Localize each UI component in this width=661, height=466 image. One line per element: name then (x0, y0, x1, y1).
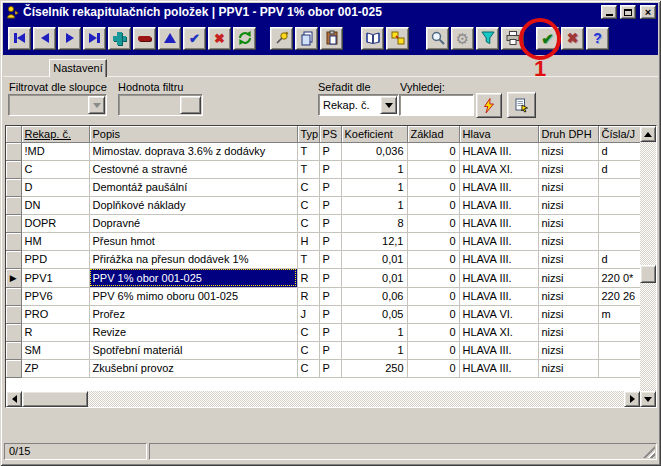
scroll-up-button[interactable] (640, 126, 656, 142)
table-row[interactable]: DNDoplňkové nákladyCP10HLAVA III.nizsi (6, 196, 640, 214)
paste-button[interactable] (320, 27, 343, 50)
grid-cell[interactable]: Mimostav. doprava 3.6% z dodávky (89, 142, 297, 160)
grid-cell[interactable]: 0,01 (341, 250, 407, 268)
grid-cell[interactable]: 220 0* (598, 268, 640, 287)
column-header-druhdph[interactable]: Druh DPH (538, 126, 598, 142)
grid-cell[interactable]: HLAVA XI. (459, 323, 538, 341)
grid-cell[interactable]: nizsi (538, 359, 598, 377)
table-row[interactable]: PPDPřirážka na přesun dodávek 1%TP0,010H… (6, 250, 640, 268)
close-form-button[interactable]: ✖ (561, 27, 584, 50)
vertical-scroll-track[interactable] (640, 142, 656, 391)
confirm-button[interactable]: ✔ (536, 27, 559, 50)
grid-cell[interactable]: nizsi (538, 142, 598, 160)
selected-row-indicator[interactable]: ▶ (6, 268, 21, 287)
column-header-zaklad[interactable]: Základ (407, 126, 459, 142)
grid-cell[interactable]: m (598, 305, 640, 323)
edit-record-button[interactable] (158, 27, 181, 50)
grid-cell[interactable]: HLAVA VI. (459, 305, 538, 323)
grid-cell[interactable]: HLAVA XI. (459, 160, 538, 178)
grid-cell[interactable]: 0 (407, 287, 459, 305)
maximize-button[interactable] (620, 5, 636, 19)
grid-cell[interactable]: nizsi (538, 232, 598, 250)
vertical-scroll-thumb[interactable] (640, 265, 656, 283)
grid-cell[interactable]: 8 (341, 214, 407, 232)
column-header-rekap[interactable]: Rekap. č. (21, 126, 89, 142)
grid-cell[interactable]: HLAVA III. (459, 287, 538, 305)
grid-cell[interactable]: T (297, 160, 319, 178)
horizontal-scrollbar[interactable] (6, 391, 640, 407)
row-indicator[interactable] (6, 305, 21, 323)
filter-column-select[interactable] (8, 94, 107, 116)
sort-dropdown-button[interactable] (380, 96, 397, 114)
post-edit-button[interactable]: ✔ (183, 27, 206, 50)
grid-cell[interactable]: C (297, 214, 319, 232)
grid-cell[interactable]: T (297, 250, 319, 268)
table-row[interactable]: ZPZkušební provozCP2500HLAVA III.nizsi (6, 359, 640, 377)
grid-cell[interactable]: PPV1 (21, 268, 89, 287)
search-dialog-button[interactable] (507, 92, 536, 118)
grid-cell[interactable]: HLAVA III. (459, 142, 538, 160)
grid-cell[interactable]: 220 26 (598, 287, 640, 305)
transfer-button[interactable] (386, 27, 409, 50)
table-row[interactable]: ▶PPV1PPV 1% obor 001-025RP0,010HLAVA III… (6, 268, 640, 287)
grid-cell[interactable]: Přirážka na přesun dodávek 1% (89, 250, 297, 268)
grid-cell[interactable]: 1 (341, 178, 407, 196)
table-row[interactable]: PROProřezJP0,050HLAVA VI.nizsim (6, 305, 640, 323)
grid-cell[interactable]: ZP (21, 359, 89, 377)
column-header-koeficient[interactable]: Koeficient (341, 126, 407, 142)
filter-button[interactable] (476, 27, 499, 50)
search-execute-button[interactable] (476, 93, 502, 118)
grid-cell[interactable]: nizsi (538, 196, 598, 214)
grid-cell[interactable]: 250 (341, 359, 407, 377)
grid-cell[interactable]: HLAVA III. (459, 196, 538, 214)
grid-cell[interactable]: d (598, 160, 640, 178)
grid-cell[interactable]: nizsi (538, 250, 598, 268)
grid-cell[interactable] (598, 196, 640, 214)
grid-cell[interactable]: 1 (341, 160, 407, 178)
table-row[interactable]: PPV6PPV 6% mimo oboru 001-025RP0,060HLAV… (6, 287, 640, 305)
last-record-button[interactable] (83, 27, 106, 50)
grid-cell[interactable] (598, 214, 640, 232)
cancel-edit-button[interactable]: ✖ (208, 27, 231, 50)
grid-cell[interactable]: P (319, 305, 341, 323)
row-indicator[interactable] (6, 341, 21, 359)
column-header-cisla[interactable]: Čísla/J (598, 126, 640, 142)
grid-cell[interactable]: nizsi (538, 341, 598, 359)
grid-cell[interactable]: 0,01 (341, 268, 407, 287)
grid-cell[interactable] (598, 359, 640, 377)
pin-button[interactable] (270, 27, 293, 50)
delete-record-button[interactable] (133, 27, 156, 50)
grid-cell[interactable]: 0 (407, 214, 459, 232)
grid-cell[interactable]: Zkušební provoz (89, 359, 297, 377)
grid-cell[interactable]: 0,05 (341, 305, 407, 323)
grid-cell[interactable]: C (21, 160, 89, 178)
prior-record-button[interactable] (33, 27, 56, 50)
grid-cell[interactable]: 1 (341, 341, 407, 359)
grid-cell[interactable]: 0 (407, 268, 459, 287)
grid-cell[interactable]: 1 (341, 196, 407, 214)
row-indicator[interactable] (6, 287, 21, 305)
grid-cell[interactable]: R (21, 323, 89, 341)
grid-cell[interactable]: PPV 6% mimo oboru 001-025 (89, 287, 297, 305)
filter-column-dropdown-button[interactable] (88, 96, 105, 114)
grid-cell[interactable]: HLAVA III. (459, 178, 538, 196)
grid-cell[interactable]: C (297, 341, 319, 359)
grid-cell[interactable]: R (297, 268, 319, 287)
column-header-hlava[interactable]: Hlava (459, 126, 538, 142)
refresh-button[interactable] (233, 27, 256, 50)
grid-cell[interactable]: J (297, 305, 319, 323)
grid-cell[interactable]: C (297, 323, 319, 341)
grid-cell[interactable] (598, 323, 640, 341)
grid-cell[interactable] (598, 178, 640, 196)
grid-cell[interactable]: 0,036 (341, 142, 407, 160)
row-indicator[interactable] (6, 359, 21, 377)
grid-cell[interactable]: C (297, 359, 319, 377)
resize-grip[interactable] (643, 446, 655, 458)
filter-value-browse-button[interactable] (180, 96, 201, 114)
row-indicator[interactable] (6, 214, 21, 232)
grid-cell[interactable]: P (319, 160, 341, 178)
table-row[interactable]: DOPRDopravnéCP80HLAVA III.nizsi (6, 214, 640, 232)
filter-value-input[interactable] (118, 94, 203, 116)
scroll-left-button[interactable] (6, 391, 22, 407)
minimize-button[interactable] (601, 5, 617, 19)
